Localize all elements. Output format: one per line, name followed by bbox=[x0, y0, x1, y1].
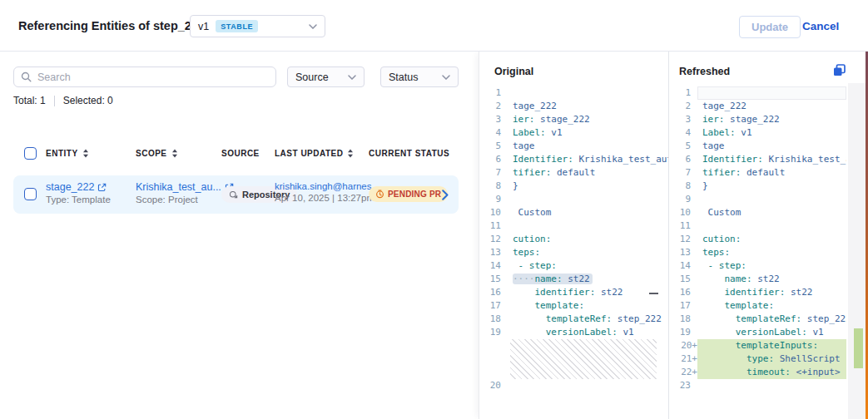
entity-link[interactable]: stage_222 bbox=[46, 181, 111, 193]
code-line: 20+ templateInputs: bbox=[669, 339, 846, 352]
selected-count: Selected: 0 bbox=[63, 95, 113, 106]
entities-list-pane: Source Status Total: 1 Selected: 0 ENTIT… bbox=[0, 52, 479, 419]
stats-divider bbox=[54, 96, 55, 106]
code-line: 3ier: stage_222 bbox=[479, 113, 668, 126]
chevron-down-icon bbox=[442, 75, 450, 80]
refreshed-code-panel[interactable]: 12tage_2223ier: stage_2224Label: v15tage… bbox=[669, 86, 846, 419]
update-button[interactable]: Update bbox=[739, 16, 801, 38]
code-line: 21+ type: ShellScript bbox=[669, 352, 846, 366]
clock-icon bbox=[375, 190, 384, 199]
code-line: 16 identifier: st22 bbox=[479, 286, 668, 299]
status-filter-label: Status bbox=[389, 71, 418, 83]
minimap-added-marker bbox=[854, 328, 863, 368]
total-count: Total: 1 bbox=[13, 95, 46, 106]
entity-name: stage_222 bbox=[46, 181, 94, 193]
table-row[interactable]: stage_222 Type: Template Krishika_test_a… bbox=[13, 175, 459, 214]
code-line: 14 - step: bbox=[669, 259, 846, 273]
status-filter-dropdown[interactable]: Status bbox=[380, 67, 459, 87]
source-filter-dropdown[interactable]: Source bbox=[287, 67, 365, 87]
scope-detail: Scope: Project bbox=[136, 195, 234, 205]
code-line: 12cution: bbox=[479, 233, 668, 246]
sort-icon[interactable] bbox=[171, 149, 178, 158]
code-line: 1 bbox=[669, 86, 846, 100]
code-line: 2tage_222 bbox=[479, 100, 668, 113]
code-line: 7tifier: default bbox=[479, 166, 668, 180]
scope-name: Krishika_test_au... bbox=[136, 181, 221, 193]
original-code-panel[interactable]: 12tage_2223ier: stage_2224Label: v15tage… bbox=[479, 86, 668, 419]
selection-stats: Total: 1 Selected: 0 bbox=[13, 95, 113, 106]
row-checkbox[interactable] bbox=[24, 188, 37, 200]
code-line: 4Label: v1 bbox=[669, 126, 846, 140]
code-line: 18 templateRef: step_222 bbox=[479, 313, 668, 326]
cancel-button[interactable]: Cancel bbox=[802, 20, 839, 32]
diff-minimap-scrollbar[interactable] bbox=[848, 83, 866, 419]
entity-type: Type: Template bbox=[46, 195, 111, 205]
updated-by: krishika.singh@harnes... bbox=[275, 181, 379, 191]
code-line: 22+ timeout: <+input> bbox=[669, 366, 846, 379]
external-link-icon bbox=[97, 183, 107, 192]
code-line: 13teps: bbox=[669, 246, 846, 259]
row-expand-chevron-icon[interactable] bbox=[442, 190, 449, 200]
code-line: 5tage bbox=[479, 140, 668, 153]
version-selector-dropdown[interactable]: v1 STABLE bbox=[190, 15, 325, 37]
stable-status-badge: STABLE bbox=[216, 20, 258, 32]
copy-icon[interactable] bbox=[832, 63, 846, 81]
code-line: 8} bbox=[669, 180, 846, 193]
code-line: 11 bbox=[479, 219, 668, 233]
sort-icon[interactable] bbox=[82, 149, 89, 158]
title-bar: Referencing Entities of step_222 v1 STAB… bbox=[0, 0, 868, 52]
version-label: v1 bbox=[198, 21, 209, 32]
code-line: 9 bbox=[479, 193, 668, 206]
page-title: Referencing Entities of step_222 bbox=[18, 19, 205, 32]
code-line: 23 bbox=[669, 379, 846, 392]
code-line: 15····name: st22 bbox=[479, 273, 668, 286]
code-line: 16 identifier: st22 bbox=[669, 286, 846, 299]
status-badge-label: PENDING PR bbox=[388, 190, 441, 199]
code-line: 10 Custom bbox=[669, 206, 846, 219]
status-badge: PENDING PR bbox=[369, 186, 448, 202]
column-header-source: SOURCE bbox=[221, 149, 260, 158]
diff-alignment-gap bbox=[510, 339, 657, 379]
refreshed-panel-title: Refreshed bbox=[679, 66, 730, 77]
chevron-down-icon bbox=[348, 75, 356, 80]
code-line: 19 versionLabel: v1 bbox=[479, 326, 668, 339]
code-line: 15 name: st22 bbox=[669, 273, 846, 286]
column-header-entity: ENTITY bbox=[46, 149, 78, 158]
code-line: 19 versionLabel: v1 bbox=[669, 326, 846, 339]
code-line: 9 bbox=[669, 193, 846, 206]
code-line: 1 bbox=[479, 86, 668, 100]
code-line: 8} bbox=[479, 180, 668, 193]
column-header-scope: SCOPE bbox=[136, 149, 167, 158]
code-line: 6Identifier: Krishika_test_aut bbox=[479, 153, 668, 166]
code-line: 17 template: bbox=[479, 299, 668, 313]
code-line: 18 templateRef: step_222 bbox=[669, 313, 846, 326]
code-line: 6Identifier: Krishika_test_aut bbox=[669, 153, 846, 166]
sort-icon[interactable] bbox=[347, 149, 354, 158]
code-line: 20 bbox=[479, 379, 668, 392]
code-line: 17 template: bbox=[669, 299, 846, 313]
updated-at: Apr 10, 2025 | 13:27pm bbox=[275, 193, 379, 203]
table-header: ENTITY SCOPE SOURCE LAST UPDATED bbox=[0, 145, 479, 164]
code-line: 5tage bbox=[669, 140, 846, 153]
column-header-last-updated: LAST UPDATED bbox=[275, 149, 343, 158]
repository-icon bbox=[229, 190, 238, 200]
yaml-diff-pane: Original Refreshed 12tage_2223ier: stage… bbox=[479, 52, 868, 419]
search-input[interactable] bbox=[37, 71, 269, 83]
source-filter-label: Source bbox=[295, 71, 329, 83]
referencing-entities-dialog: Referencing Entities of step_222 v1 STAB… bbox=[0, 0, 868, 419]
code-line: 13teps: bbox=[479, 246, 668, 259]
code-line: 2tage_222 bbox=[669, 100, 846, 113]
code-line: 7tifier: default bbox=[669, 166, 846, 180]
scope-link[interactable]: Krishika_test_au... bbox=[136, 181, 234, 193]
code-line: 3ier: stage_222 bbox=[669, 113, 846, 126]
original-panel-title: Original bbox=[494, 66, 533, 77]
code-line: 11 bbox=[669, 219, 846, 233]
search-box bbox=[13, 67, 276, 87]
code-line: 4Label: v1 bbox=[479, 126, 668, 140]
code-line: 12cution: bbox=[669, 233, 846, 246]
chevron-down-icon bbox=[309, 24, 317, 29]
select-all-checkbox[interactable] bbox=[24, 147, 37, 160]
code-line: 14 - step: bbox=[479, 259, 668, 273]
code-line: 10 Custom bbox=[479, 206, 668, 219]
column-header-current-status: CURRENT STATUS bbox=[369, 149, 449, 158]
